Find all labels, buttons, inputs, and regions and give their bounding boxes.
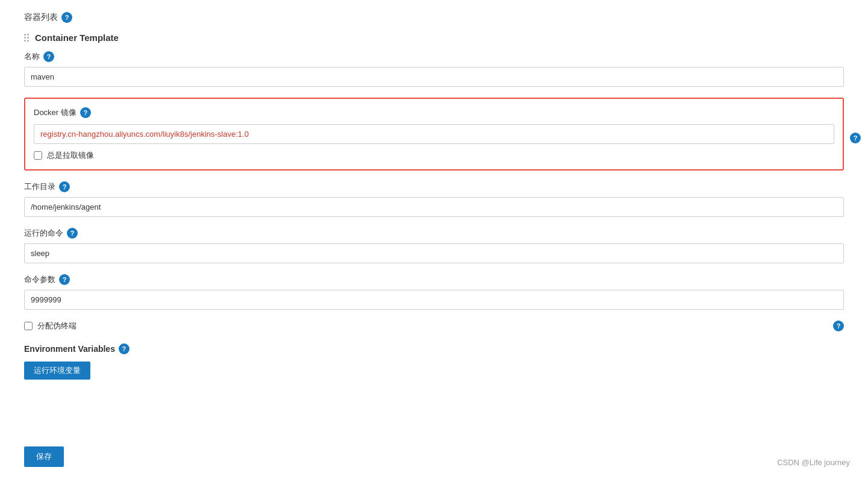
save-button[interactable]: 保存 bbox=[24, 446, 64, 467]
docker-image-section: Docker 镜像 ? 总是拉取镜像 bbox=[24, 98, 844, 171]
container-list-title: 容器列表 bbox=[24, 12, 58, 23]
drag-handle bbox=[24, 34, 29, 42]
docker-image-label: Docker 镜像 bbox=[34, 107, 76, 118]
allocate-tty-help-icon[interactable]: ? bbox=[833, 321, 844, 331]
container-template-title: Container Template bbox=[35, 33, 119, 43]
always-pull-row: 总是拉取镜像 bbox=[34, 150, 834, 161]
docker-image-wrapper: Docker 镜像 ? 总是拉取镜像 ? bbox=[24, 98, 844, 171]
work-dir-field-group: 工作目录 ? bbox=[24, 181, 844, 217]
docker-image-help-icon[interactable]: ? bbox=[80, 107, 91, 118]
watermark: CSDN @Life journey bbox=[777, 458, 850, 467]
name-input[interactable] bbox=[24, 67, 844, 87]
allocate-tty-checkbox[interactable] bbox=[24, 322, 33, 330]
name-help-icon[interactable]: ? bbox=[43, 51, 54, 62]
name-field-group: 名称 ? bbox=[24, 51, 844, 87]
work-dir-input[interactable] bbox=[24, 197, 844, 217]
name-label-row: 名称 ? bbox=[24, 51, 844, 62]
args-help-icon[interactable]: ? bbox=[59, 274, 70, 285]
command-label: 运行的命令 bbox=[24, 228, 63, 239]
docker-section-help-icon-right[interactable]: ? bbox=[850, 133, 861, 143]
command-label-row: 运行的命令 ? bbox=[24, 228, 844, 239]
env-variables-help-icon[interactable]: ? bbox=[119, 343, 130, 354]
args-input[interactable] bbox=[24, 290, 844, 310]
container-list-help-icon[interactable]: ? bbox=[61, 12, 72, 23]
add-env-button[interactable]: 运行环境变量 bbox=[24, 362, 90, 380]
env-variables-title: Environment Variables bbox=[24, 344, 115, 354]
container-list-header: 容器列表 ? bbox=[24, 12, 844, 23]
docker-label-row: Docker 镜像 ? bbox=[34, 107, 834, 118]
args-field-group: 命令参数 ? bbox=[24, 274, 844, 310]
allocate-tty-row: 分配伪终端 ? bbox=[24, 321, 844, 331]
command-field-group: 运行的命令 ? bbox=[24, 228, 844, 263]
docker-image-input[interactable] bbox=[34, 124, 834, 144]
container-template-block: Container Template 名称 ? Docker 镜像 ? 总是拉取… bbox=[24, 33, 844, 380]
work-dir-help-icon[interactable]: ? bbox=[59, 181, 70, 192]
env-title-row: Environment Variables ? bbox=[24, 343, 844, 354]
always-pull-checkbox[interactable] bbox=[34, 151, 42, 160]
command-input[interactable] bbox=[24, 243, 844, 263]
args-label-row: 命令参数 ? bbox=[24, 274, 844, 285]
work-dir-label: 工作目录 bbox=[24, 181, 55, 192]
name-label: 名称 bbox=[24, 51, 40, 62]
args-label: 命令参数 bbox=[24, 274, 55, 285]
allocate-tty-label: 分配伪终端 bbox=[37, 321, 76, 331]
work-dir-label-row: 工作目录 ? bbox=[24, 181, 844, 192]
command-help-icon[interactable]: ? bbox=[67, 228, 78, 239]
env-variables-section: Environment Variables ? 运行环境变量 bbox=[24, 343, 844, 380]
always-pull-label: 总是拉取镜像 bbox=[47, 150, 94, 161]
container-template-title-row: Container Template bbox=[24, 33, 844, 43]
